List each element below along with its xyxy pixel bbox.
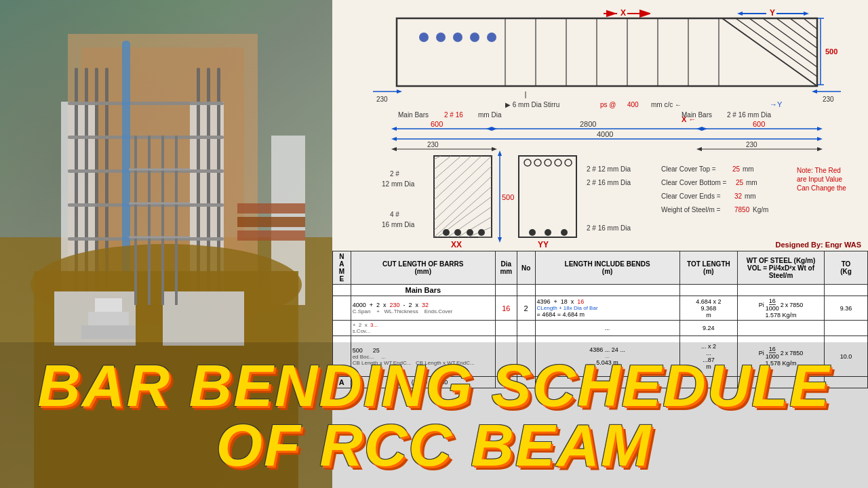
svg-text:25: 25 bbox=[732, 165, 741, 173]
cell-r5-dia bbox=[495, 377, 517, 388]
cell-tot-main bbox=[679, 285, 737, 296]
svg-point-52 bbox=[436, 33, 446, 42]
col-header-dia: Diamm bbox=[495, 251, 517, 285]
cell-r5-wt bbox=[738, 377, 825, 388]
svg-text:2 # 16: 2 # 16 bbox=[444, 111, 463, 119]
cell-r4-total: 10.0 bbox=[824, 336, 867, 377]
bar-bending-table: NAME CUT LENGTH OF BARRS(mm) Diamm No LE… bbox=[332, 251, 868, 488]
svg-text:230: 230 bbox=[823, 96, 834, 103]
svg-point-133 bbox=[478, 229, 485, 236]
cell-r3-name bbox=[333, 321, 351, 336]
svg-text:16 mm Dia: 16 mm Dia bbox=[382, 221, 415, 228]
svg-text:mm: mm bbox=[745, 192, 756, 200]
cell-name-a bbox=[333, 296, 351, 321]
svg-text:→Y: →Y bbox=[770, 100, 783, 108]
cell-wt-main bbox=[738, 285, 825, 296]
svg-text:600: 600 bbox=[753, 120, 765, 128]
schedule-table: NAME CUT LENGTH OF BARRS(mm) Diamm No LE… bbox=[332, 251, 868, 388]
col-header-name: NAME bbox=[333, 251, 351, 285]
technical-drawing: X Y 500 bbox=[332, 0, 868, 488]
cell-r4-wt: Pi 16 1000 2 x 7850 1.578 Kg/m bbox=[738, 336, 825, 377]
cell-cut-formula: 4000 + 2 x 230 - 2 x 32 C.Span + WL.Thic… bbox=[351, 296, 495, 321]
svg-text:600: 600 bbox=[431, 120, 443, 128]
cell-r3-no bbox=[517, 321, 535, 336]
svg-text:230: 230 bbox=[427, 141, 439, 148]
cell-no-val: 2 bbox=[517, 296, 535, 321]
cell-r3-total bbox=[824, 321, 867, 336]
col-header-wt: WT OF STEEL (Kg/m)VOL = Pi/4xD²x Wt of S… bbox=[738, 251, 825, 285]
svg-text:500: 500 bbox=[825, 47, 837, 56]
cell-cut-main-header: Main Bars bbox=[351, 285, 495, 296]
svg-point-54 bbox=[470, 33, 479, 42]
svg-point-147 bbox=[561, 229, 568, 236]
svg-text:XX: XX bbox=[451, 240, 462, 247]
cell-length-formula: 4396 + 18 x 16 CLength + 18x Dia of Bar … bbox=[535, 296, 679, 321]
svg-point-53 bbox=[453, 33, 462, 42]
designed-by-text: Designed By: Engr WAS bbox=[775, 241, 861, 249]
svg-text:2800: 2800 bbox=[580, 120, 596, 128]
construction-photo bbox=[0, 0, 332, 488]
cell-total-val: 9.36 bbox=[824, 296, 867, 321]
cell-r4-length: 4386 ... 24 ... ... 5.043 m bbox=[535, 336, 679, 377]
svg-text:YY: YY bbox=[538, 240, 549, 247]
cell-name-main bbox=[333, 285, 351, 296]
svg-text:Clear Cover Bottom =: Clear Cover Bottom = bbox=[661, 179, 727, 186]
svg-text:Y: Y bbox=[770, 8, 775, 18]
svg-text:mm: mm bbox=[743, 165, 754, 173]
svg-text:Clear Cover Top =: Clear Cover Top = bbox=[661, 165, 716, 173]
cell-r4-name bbox=[333, 336, 351, 377]
cell-dia-val: 16 bbox=[495, 296, 517, 321]
beam-diagram-svg: X Y 500 bbox=[370, 3, 844, 247]
cell-r3-cut: + 2 x 3... s.Cov... bbox=[351, 321, 495, 336]
cell-no-main bbox=[517, 285, 535, 296]
svg-text:25: 25 bbox=[736, 179, 744, 186]
svg-text:2 # 16 mm Dia: 2 # 16 mm Dia bbox=[727, 111, 771, 119]
cell-r4-tot: ... x 2......87m bbox=[679, 336, 737, 377]
svg-text:2 # 16 mm Dia: 2 # 16 mm Dia bbox=[587, 224, 631, 232]
svg-text:ps @: ps @ bbox=[600, 101, 616, 108]
svg-text:32: 32 bbox=[734, 192, 743, 200]
svg-text:4 #: 4 # bbox=[390, 211, 399, 218]
cell-r5-total bbox=[824, 377, 867, 388]
cell-r5-no bbox=[517, 377, 535, 388]
cell-r3-length: ... bbox=[535, 321, 679, 336]
svg-text:2 # 16 mm Dia: 2 # 16 mm Dia bbox=[587, 179, 631, 186]
svg-text:4000: 4000 bbox=[597, 130, 613, 138]
svg-text:500: 500 bbox=[502, 193, 514, 201]
cell-r3-tot: 9.24 bbox=[679, 321, 737, 336]
svg-point-131 bbox=[454, 229, 461, 236]
svg-rect-25 bbox=[88, 312, 129, 325]
cell-tot-val: 4.684 x 29.368m bbox=[679, 296, 737, 321]
svg-text:Kg/m: Kg/m bbox=[753, 206, 768, 214]
col-header-length: LENGTH INCLUDE BENDS(m) bbox=[535, 251, 679, 285]
svg-rect-34 bbox=[237, 203, 305, 214]
col-header-no: No bbox=[517, 251, 535, 285]
cell-r3-wt bbox=[738, 321, 825, 336]
svg-rect-36 bbox=[237, 230, 305, 241]
svg-point-130 bbox=[443, 229, 450, 236]
svg-text:12 mm Dia: 12 mm Dia bbox=[382, 180, 415, 188]
svg-text:230: 230 bbox=[376, 96, 388, 103]
svg-rect-14 bbox=[68, 102, 224, 105]
svg-text:Main Bars: Main Bars bbox=[398, 111, 429, 119]
cell-wt-formula: Pi 16 1000 2 x 7850 1.578 Kg/m bbox=[738, 296, 825, 321]
svg-text:mm: mm bbox=[746, 179, 757, 186]
cell-total-main bbox=[824, 285, 867, 296]
svg-text:400: 400 bbox=[627, 101, 639, 108]
cell-r4-dia bbox=[495, 336, 517, 377]
svg-rect-24 bbox=[81, 325, 136, 339]
col-header-total: TO(Kg bbox=[824, 251, 867, 285]
svg-rect-35 bbox=[237, 217, 305, 227]
svg-rect-15 bbox=[68, 136, 224, 139]
svg-text:230: 230 bbox=[746, 141, 757, 148]
svg-text:7850: 7850 bbox=[734, 206, 750, 214]
svg-rect-26 bbox=[95, 298, 122, 312]
svg-text:2 #: 2 # bbox=[390, 170, 399, 178]
svg-text:Weight of Steel/m =: Weight of Steel/m = bbox=[661, 206, 721, 214]
svg-text:2 # 12 mm Dia: 2 # 12 mm Dia bbox=[587, 165, 631, 173]
col-header-cut: CUT LENGTH OF BARRS(mm) bbox=[351, 251, 495, 285]
cell-length-main bbox=[535, 285, 679, 296]
svg-point-146 bbox=[545, 229, 551, 236]
svg-text:mm Dia: mm Dia bbox=[478, 111, 502, 119]
svg-text:Main Bars: Main Bars bbox=[682, 111, 712, 119]
